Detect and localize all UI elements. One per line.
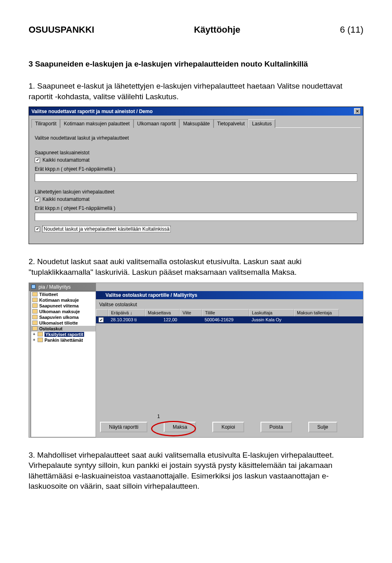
inner-titlebar: Valitse ostolaskut raportille / Malliyri…: [96, 291, 363, 299]
page-number: 6 (11): [340, 24, 363, 35]
dialog-tabs: Tiliraportit Kotimaan maksujen palauttee…: [29, 116, 363, 127]
group2-checkbox-label: Kaikki noutamattomat: [42, 196, 89, 202]
checkbox-icon[interactable]: ✔: [35, 197, 40, 202]
group3-checkbox-label: Noudetut laskut ja virhepalautteet käsit…: [42, 226, 171, 232]
col-erapaiva[interactable]: Eräpäivä ↓: [108, 309, 145, 316]
kopioi-button[interactable]: Kopioi: [212, 422, 244, 432]
tree-item-ulkomaiset[interactable]: Ulkomaiset tiliotte: [31, 320, 96, 326]
row-checkbox[interactable]: ✔: [98, 317, 104, 323]
cell-amount: 122,00: [145, 316, 180, 324]
app-title: pia / Malliyritys: [38, 284, 71, 290]
tab-laskutus[interactable]: Laskutus: [248, 119, 275, 128]
inner-subtitle: Valitse ostolaskut: [96, 300, 363, 309]
folder-icon: [32, 315, 38, 319]
col-tallentaja[interactable]: Maksun tallentaja: [294, 309, 339, 316]
checkbox-icon[interactable]: ✔: [35, 158, 40, 163]
group1-title: Saapuneet laskuaineistot: [35, 150, 357, 156]
tree-item-yksityiset[interactable]: +Yksityiset raportit: [31, 332, 96, 337]
window-icon: [98, 293, 102, 297]
page-header: OSUUSPANKKI Käyttöohje 6 (11): [29, 24, 363, 35]
tab-tietopalvelut[interactable]: Tietopalvelut: [214, 119, 249, 128]
cell-laskuttaja: Jussin Kala Oy: [249, 316, 294, 324]
col-viite[interactable]: Viite: [180, 309, 202, 316]
expand-icon[interactable]: +: [32, 332, 36, 336]
folder-icon: [38, 332, 43, 336]
tree-item-pankin[interactable]: +Pankin lähettämät: [31, 337, 96, 343]
button-row: Näytä raportti Maksa Kopioi Poista Sulje: [100, 422, 359, 432]
inner-title: Valitse ostolaskut raportille / Malliyri…: [105, 292, 197, 298]
group2-checkbox-row[interactable]: ✔ Kaikki noutamattomat: [35, 196, 357, 202]
tree-item-tiliotteet[interactable]: Tiliotteet: [31, 292, 96, 297]
checkbox-icon[interactable]: ✔: [35, 227, 40, 232]
group1-field-label: Erät kkpp.n ( ohjeet F1-näppäimellä ): [35, 166, 357, 172]
expand-icon[interactable]: +: [32, 338, 36, 342]
tab-tiliraportit[interactable]: Tiliraportit: [31, 119, 60, 128]
folder-icon: [32, 292, 38, 296]
dialog-title: Valitse noudettavat raportit ja muut ain…: [31, 109, 153, 114]
folder-icon: [38, 338, 43, 342]
folder-icon: [32, 320, 38, 325]
tree-item-saapuvien[interactable]: Saapuvien ulkoma: [31, 314, 96, 320]
grid-header: Eräpäivä ↓ Maksettava Viite Tilille Lask…: [96, 309, 363, 316]
dialog-titlebar: Valitse noudettavat raportit ja muut ain…: [29, 107, 363, 116]
step-3-text: 3. Mahdolliset virhepalautteet saat auki…: [29, 450, 363, 492]
cell-tilille: 500046-21629: [202, 316, 249, 324]
cell-date: 28.10.2003 ti: [108, 316, 145, 324]
doc-type: Käyttöohje: [194, 24, 241, 35]
sulje-button[interactable]: Sulje: [308, 422, 337, 432]
col-checkbox[interactable]: [96, 309, 108, 316]
tab-panel: Valitse noudettavat laskut ja virhepalau…: [31, 127, 361, 240]
section-title: 3 Saapuneiden e-laskujen ja e-laskujen v…: [29, 60, 363, 69]
folder-icon: [32, 298, 38, 302]
dialog-ostolaskut: pia / Malliyritys _ □ Tiliotteet Kotimaa…: [29, 283, 363, 438]
col-laskuttaja[interactable]: Laskuttaja: [249, 309, 294, 316]
panel-heading: Valitse noudettavat laskut ja virhepalau…: [35, 135, 357, 141]
group1-input[interactable]: [35, 174, 357, 182]
group3-checkbox-row[interactable]: ✔ Noudetut laskut ja virhepalautteet käs…: [35, 226, 357, 232]
folder-icon: [32, 309, 38, 314]
brand: OSUUSPANKKI: [29, 24, 94, 35]
tree-panel: Tiliotteet Kotimaan maksuje Saapuneet vi…: [31, 291, 96, 437]
cell-viite: [180, 316, 202, 324]
close-icon[interactable]: ✕: [354, 108, 361, 114]
tree-item-ostolaskut[interactable]: Ostolaskut: [31, 326, 96, 332]
poista-button[interactable]: Poista: [261, 422, 292, 432]
dialog-valitse-raportit: Valitse noudettavat raportit ja muut ain…: [29, 107, 363, 244]
cell-tallentaja: [294, 316, 339, 324]
group2-input[interactable]: [35, 213, 357, 221]
step-2-text: 2. Noudetut laskut saat auki valitsemall…: [29, 256, 363, 277]
folder-icon: [32, 326, 38, 331]
group1-checkbox-row[interactable]: ✔ Kaikki noutamattomat: [35, 157, 357, 163]
group2-field-label: Erät kkpp.n ( ohjeet F1-näppäimellä ): [35, 205, 357, 211]
page-indicator: 1: [157, 414, 160, 419]
nayta-raportti-button[interactable]: Näytä raportti: [100, 422, 147, 432]
tab-kotimaan[interactable]: Kotimaan maksujen palautteet: [60, 119, 133, 128]
group2-title: Lähetettyjen laskujen virhepalautteet: [35, 189, 357, 195]
maksa-button[interactable]: Maksa: [164, 422, 196, 432]
grid-row[interactable]: ✔ 28.10.2003 ti 122,00 500046-21629 Juss…: [96, 316, 363, 324]
tree-item-saapuneet[interactable]: Saapuneet viitema: [31, 303, 96, 309]
col-tilille[interactable]: Tilille: [202, 309, 249, 316]
group1-checkbox-label: Kaikki noutamattomat: [42, 157, 89, 163]
tab-ulkomaan[interactable]: Ulkomaan raportit: [134, 119, 180, 128]
folder-icon: [32, 303, 38, 308]
step-1-text: 1. Saapuneet e-laskut ja lähetettyjen e-…: [29, 81, 363, 102]
tree-item-kotimaan[interactable]: Kotimaan maksuje: [31, 297, 96, 303]
tree-item-ulkomaan[interactable]: Ulkomaan maksuje: [31, 309, 96, 314]
col-maksettava[interactable]: Maksettava: [145, 309, 180, 316]
tab-maksupaate[interactable]: Maksupääte: [179, 119, 213, 128]
app-icon: [31, 285, 36, 289]
